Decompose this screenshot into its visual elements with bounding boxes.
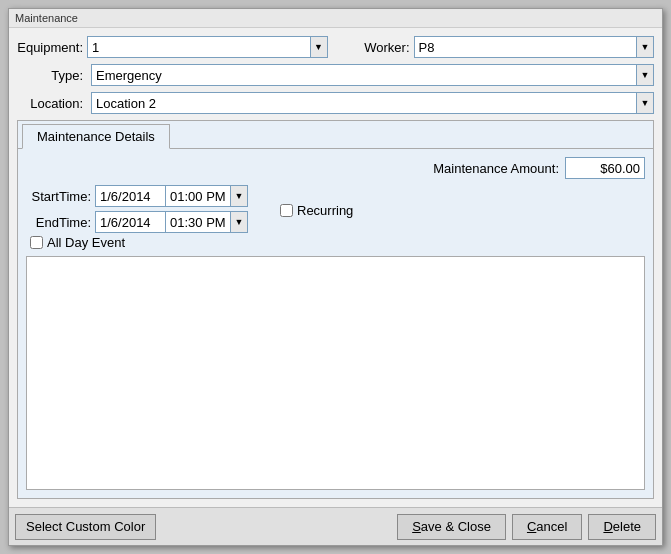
- starttime-inputs: ▼: [95, 185, 248, 207]
- starttime-label: StartTime:: [26, 189, 91, 204]
- recurring-checkbox[interactable]: [280, 204, 293, 217]
- location-dropdown-btn[interactable]: ▼: [636, 92, 654, 114]
- worker-field-group: ▼: [414, 36, 655, 58]
- cancel-button[interactable]: Cancel: [512, 514, 582, 540]
- starttime-row: StartTime: ▼: [26, 185, 248, 207]
- recurring-section: Recurring: [280, 203, 353, 218]
- worker-input[interactable]: [414, 36, 637, 58]
- worker-dropdown-btn[interactable]: ▼: [636, 36, 654, 58]
- type-row: Type: ▼: [17, 64, 654, 86]
- maintenance-window: Maintenance Equipment: ▼ Worker: ▼ Type:: [8, 8, 663, 546]
- location-input[interactable]: [91, 92, 636, 114]
- tab-header: Maintenance Details: [18, 121, 653, 149]
- equipment-field-group: ▼: [87, 36, 328, 58]
- bottom-bar: Select Custom Color Save & Close Cancel …: [9, 507, 662, 545]
- cancel-label: Cancel: [527, 519, 567, 534]
- maintenance-amount-row: Maintenance Amount:: [26, 157, 645, 179]
- start-time-dropdown-btn[interactable]: ▼: [230, 185, 248, 207]
- endtime-inputs: ▼: [95, 211, 248, 233]
- recurring-label: Recurring: [297, 203, 353, 218]
- datetime-rows: StartTime: ▼ EndTime:: [26, 185, 248, 233]
- equipment-worker-row: Equipment: ▼ Worker: ▼: [17, 36, 654, 58]
- equipment-input[interactable]: [87, 36, 310, 58]
- window-title: Maintenance: [9, 9, 662, 28]
- delete-label: Delete: [603, 519, 641, 534]
- maintenance-amount-label: Maintenance Amount:: [433, 161, 559, 176]
- end-date-input[interactable]: [95, 211, 165, 233]
- tab-panel: Maintenance Details Maintenance Amount: …: [17, 120, 654, 499]
- all-day-row: All Day Event: [30, 235, 645, 250]
- start-date-input[interactable]: [95, 185, 165, 207]
- worker-section: Worker: ▼: [344, 36, 655, 58]
- endtime-label: EndTime:: [26, 215, 91, 230]
- worker-label: Worker:: [344, 40, 414, 55]
- save-close-button[interactable]: Save & Close: [397, 514, 506, 540]
- type-label: Type:: [17, 68, 87, 83]
- equipment-dropdown-btn[interactable]: ▼: [310, 36, 328, 58]
- type-field-group: ▼: [91, 64, 654, 86]
- datetime-recurring-row: StartTime: ▼ EndTime:: [26, 185, 645, 233]
- type-dropdown-btn[interactable]: ▼: [636, 64, 654, 86]
- location-label: Location:: [17, 96, 87, 111]
- type-input[interactable]: [91, 64, 636, 86]
- custom-color-button[interactable]: Select Custom Color: [15, 514, 156, 540]
- location-row: Location: ▼: [17, 92, 654, 114]
- tab-maintenance-details[interactable]: Maintenance Details: [22, 124, 170, 149]
- delete-button[interactable]: Delete: [588, 514, 656, 540]
- equipment-section: Equipment: ▼: [17, 36, 328, 58]
- all-day-label: All Day Event: [47, 235, 125, 250]
- endtime-row: EndTime: ▼: [26, 211, 248, 233]
- maintenance-amount-input[interactable]: [565, 157, 645, 179]
- window-body: Equipment: ▼ Worker: ▼ Type: ▼: [9, 28, 662, 507]
- tab-content: Maintenance Amount: StartTime: ▼: [18, 149, 653, 498]
- notes-textarea[interactable]: [26, 256, 645, 490]
- location-field-group: ▼: [91, 92, 654, 114]
- save-close-label: Save & Close: [412, 519, 491, 534]
- start-time-input[interactable]: [165, 185, 230, 207]
- equipment-label: Equipment:: [17, 40, 87, 55]
- end-time-input[interactable]: [165, 211, 230, 233]
- end-time-dropdown-btn[interactable]: ▼: [230, 211, 248, 233]
- all-day-checkbox[interactable]: [30, 236, 43, 249]
